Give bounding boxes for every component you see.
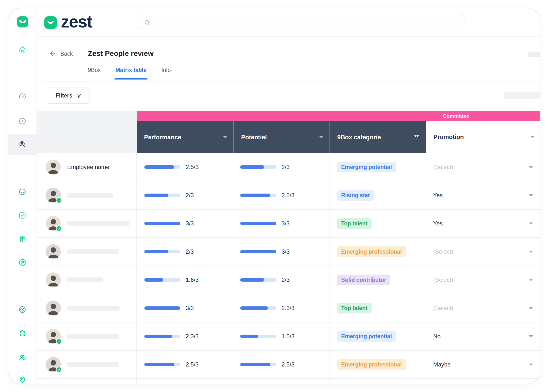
verified-check-icon xyxy=(56,225,62,232)
users-icon[interactable] xyxy=(18,353,27,362)
zest-logo-icon[interactable] xyxy=(17,16,28,27)
potential-cell: 1.5/3 xyxy=(233,322,329,350)
filters-button[interactable]: Filters xyxy=(48,88,90,104)
toolbar-placeholder xyxy=(504,92,540,99)
sliders-icon[interactable] xyxy=(18,235,27,243)
employee-cell xyxy=(37,351,137,378)
avatar xyxy=(46,160,61,175)
category-cell: Emerging professional xyxy=(329,238,426,266)
home-icon[interactable] xyxy=(18,45,27,53)
scrollbar-thumb[interactable] xyxy=(528,52,540,57)
category-cell: Top talent xyxy=(329,294,426,322)
performance-cell: 2.3/3 xyxy=(137,322,233,350)
category-cell: Emerging potential xyxy=(329,322,426,350)
pin-icon[interactable] xyxy=(18,375,27,384)
progress-bar xyxy=(144,363,180,366)
smiley-icon[interactable] xyxy=(18,188,27,196)
avatar xyxy=(46,188,61,203)
back-button[interactable]: Back xyxy=(49,50,73,57)
potential-cell: 2.5/3 xyxy=(233,351,329,378)
column-header-9box-categorie[interactable]: 9Box categorie xyxy=(329,121,426,153)
employee-cell xyxy=(37,210,137,237)
filter-icon[interactable] xyxy=(413,134,420,140)
promotion-select[interactable]: (Select) xyxy=(426,153,540,181)
employee-name-placeholder xyxy=(67,306,119,311)
people-search-icon[interactable] xyxy=(18,140,27,149)
search-bar[interactable] xyxy=(137,15,465,30)
category-badge: Top talent xyxy=(337,218,372,229)
target-icon[interactable] xyxy=(18,305,27,314)
performance-score: 2.5/3 xyxy=(186,164,199,170)
column-header-potential[interactable]: Potential xyxy=(233,121,329,153)
app-frame: zest Back Zest People review 9Box Matrix… xyxy=(8,8,540,384)
category-cell: Emerging professional xyxy=(329,351,426,378)
verified-check-icon xyxy=(56,366,62,373)
category-cell: Top talent xyxy=(329,210,426,237)
arrow-up-right-icon[interactable] xyxy=(18,258,27,267)
progress-bar xyxy=(240,222,276,225)
sidebar xyxy=(8,8,37,384)
potential-score: 3/3 xyxy=(282,220,290,227)
table-row: Employee name 2.5/3 2/3 Emerging potenti… xyxy=(37,153,540,181)
performance-score: 2/3 xyxy=(186,192,194,199)
progress-bar xyxy=(144,335,180,338)
progress-bar xyxy=(144,250,180,253)
column-header-promotion[interactable]: Promotion xyxy=(426,121,540,153)
table-row: 2/3 2.5/3 Rising star Yes xyxy=(37,181,540,210)
puzzle-icon[interactable] xyxy=(18,329,27,338)
filters-label: Filters xyxy=(55,92,72,99)
avatar xyxy=(46,272,61,287)
search-input[interactable] xyxy=(150,15,465,30)
tab-bar: 9Box Matrix table Info xyxy=(88,67,171,80)
potential-score: 1.5/3 xyxy=(282,333,294,340)
promotion-select[interactable]: (Select) xyxy=(426,266,540,294)
table-body: Employee name 2.5/3 2/3 Emerging potenti… xyxy=(37,153,540,384)
potential-cell: 2/3 xyxy=(233,266,329,294)
gauge-icon[interactable] xyxy=(18,92,27,101)
tab-matrix-table[interactable]: Matrix table xyxy=(115,67,146,80)
performance-cell: 3/3 xyxy=(137,210,233,237)
performance-cell: 2/3 xyxy=(137,181,233,209)
column-header-performance[interactable]: Performance xyxy=(137,121,233,153)
promotion-select[interactable]: Yes xyxy=(426,210,540,237)
performance-score: 2.5/3 xyxy=(186,361,199,368)
performance-score: 2/3 xyxy=(186,248,194,255)
category-cell xyxy=(329,379,426,384)
promotion-select[interactable]: (Select) xyxy=(426,238,540,266)
performance-score: 3/3 xyxy=(186,305,194,312)
table-header-corner xyxy=(37,111,137,153)
category-cell: Rising star xyxy=(329,181,426,209)
category-cell: Solid contributor xyxy=(329,266,426,294)
category-badge: Solid contributor xyxy=(337,275,390,285)
avatar xyxy=(46,244,61,259)
promotion-value: Maybe xyxy=(433,361,451,368)
chevron-down-icon xyxy=(529,279,533,281)
zest-smile-icon xyxy=(44,16,57,29)
category-badge: Emerging professional xyxy=(337,359,406,370)
tab-info[interactable]: Info xyxy=(161,67,171,80)
category-header-label: 9Box categorie xyxy=(337,134,381,141)
promotion-select[interactable]: Maybe xyxy=(426,351,540,378)
potential-cell: 3/3 xyxy=(233,210,329,237)
avatar xyxy=(46,357,61,372)
table-row: 2/3 3/3 Emerging professional (Select) xyxy=(37,238,540,266)
progress-bar xyxy=(240,194,276,197)
compass-icon[interactable] xyxy=(18,117,27,125)
back-label: Back xyxy=(60,51,73,57)
performance-cell: 1.6/3 xyxy=(137,266,233,294)
tab-9box[interactable]: 9Box xyxy=(88,67,100,80)
chevron-down-icon xyxy=(529,166,533,168)
promotion-select[interactable]: (Select) xyxy=(426,294,540,322)
category-badge: Emerging potential xyxy=(337,162,396,172)
funnel-icon xyxy=(76,93,82,99)
check-square-icon[interactable] xyxy=(18,211,27,220)
performance-score: 2.3/3 xyxy=(186,333,199,340)
potential-score: 2/3 xyxy=(282,164,290,170)
promotion-value: (Select) xyxy=(433,164,453,170)
category-badge: Rising star xyxy=(337,190,374,201)
employee-name-placeholder xyxy=(67,334,119,339)
promotion-select[interactable]: No xyxy=(426,322,540,350)
table-row-partial xyxy=(37,379,540,384)
promotion-select[interactable]: Yes xyxy=(426,181,540,209)
progress-bar xyxy=(144,222,180,225)
